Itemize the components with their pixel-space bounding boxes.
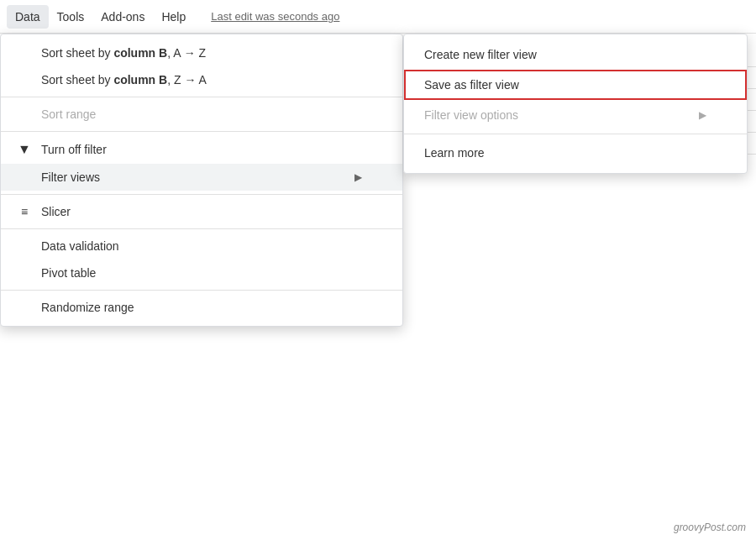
menu-addons[interactable]: Add-ons xyxy=(92,5,153,29)
slicer-icon: ≡ xyxy=(14,205,34,218)
create-new-filter-view-text: Create new filter view xyxy=(424,48,537,61)
data-menu: Sort sheet by column B, A → Z Sort sheet… xyxy=(0,34,403,327)
menu-help[interactable]: Help xyxy=(153,5,194,29)
filter-icon: ▼ xyxy=(14,142,34,157)
save-as-filter-view-item[interactable]: Save as filter view xyxy=(404,70,747,100)
last-edit-label: Last edit was seconds ago xyxy=(211,10,339,23)
learn-more-item[interactable]: Learn more xyxy=(404,138,747,168)
create-new-filter-view-item[interactable]: Create new filter view xyxy=(404,39,747,70)
menu-bar: Data Tools Add-ons Help Last edit was se… xyxy=(0,0,756,34)
divider-1 xyxy=(1,97,402,97)
menu-tools[interactable]: Tools xyxy=(49,5,93,29)
turn-off-filter-text: Turn off filter xyxy=(41,143,107,156)
sort-desc-item[interactable]: Sort sheet by column B, Z → A xyxy=(1,66,402,93)
save-as-filter-view-text: Save as filter view xyxy=(424,78,519,92)
watermark: groovyPost.com xyxy=(674,522,746,533)
slicer-text: Slicer xyxy=(41,205,71,218)
divider-5 xyxy=(1,290,402,291)
learn-more-text: Learn more xyxy=(424,146,485,160)
sort-asc-item[interactable]: Sort sheet by column B, A → Z xyxy=(1,39,402,66)
turn-off-filter-item[interactable]: ▼ Turn off filter xyxy=(1,135,402,164)
randomize-range-item[interactable]: Randomize range xyxy=(1,294,402,321)
sort-range-item: Sort range xyxy=(1,101,402,128)
filter-views-text: Filter views xyxy=(41,170,100,184)
divider-4 xyxy=(1,228,402,229)
divider-2 xyxy=(1,131,402,132)
menu-data[interactable]: Data xyxy=(7,5,49,29)
pivot-table-text: Pivot table xyxy=(41,266,96,280)
filter-view-options-text: Filter view options xyxy=(424,108,518,122)
divider-3 xyxy=(1,194,402,195)
submenu-divider xyxy=(404,134,747,134)
sort-range-text: Sort range xyxy=(41,107,96,121)
filter-view-options-item: Filter view options ▶ xyxy=(404,100,747,130)
filter-views-item[interactable]: Filter views ▶ xyxy=(1,164,402,191)
randomize-text: Randomize range xyxy=(41,301,134,314)
data-validation-item[interactable]: Data validation xyxy=(1,233,402,260)
filter-views-arrow: ▶ xyxy=(354,171,362,183)
sort-desc-text: Sort sheet by column B, Z → A xyxy=(41,73,207,87)
sort-asc-text: Sort sheet by column B, A → Z xyxy=(41,46,206,60)
filter-view-options-arrow: ▶ xyxy=(699,109,706,121)
pivot-table-item[interactable]: Pivot table xyxy=(1,260,402,286)
data-validation-text: Data validation xyxy=(41,239,119,253)
filter-views-submenu: Create new filter view Save as filter vi… xyxy=(403,34,748,174)
slicer-item[interactable]: ≡ Slicer xyxy=(1,198,402,225)
